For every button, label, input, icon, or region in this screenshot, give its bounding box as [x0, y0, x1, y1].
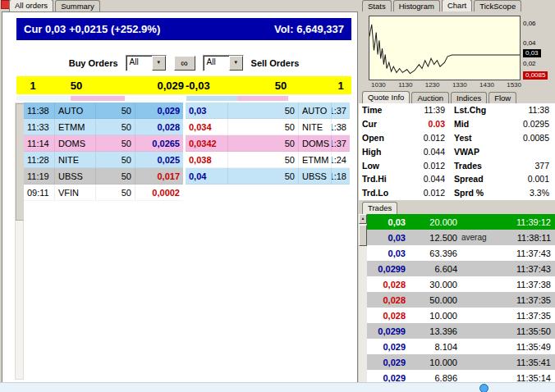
quote-label: Yest: [451, 133, 497, 143]
tab-summary[interactable]: Summary: [55, 0, 100, 11]
buy-order-row[interactable]: 11:14DOMS500,0265: [24, 135, 183, 152]
tab-quote-info[interactable]: Quote Info: [362, 91, 410, 103]
quote-value: 0.03: [397, 119, 451, 129]
chart-panel: 0,060,040,030,020,0085 10301130123013301…: [360, 11, 555, 91]
trade-time: 11:35:49: [504, 342, 555, 352]
buy-order-row[interactable]: 11:19UBSS500,017: [24, 168, 183, 185]
scrollbar-thumb[interactable]: [359, 225, 367, 246]
tab-auction[interactable]: Auction: [411, 92, 449, 103]
order-filter-controls: Buy Orders All ▼ ∞ All ▼ Sell Orders: [16, 53, 351, 73]
sell-column-strip: [186, 96, 351, 101]
tab-flow[interactable]: Flow: [488, 92, 516, 103]
quote-label: Spread: [451, 174, 497, 184]
trade-row[interactable]: 0,0363.39611:37:43: [367, 245, 555, 261]
chart-y-axis: 0,060,040,030,020,0085: [521, 16, 555, 79]
order-time: 11:33: [24, 119, 55, 134]
chart-y-label: 0,03: [523, 49, 541, 57]
quote-value: 0.012: [397, 188, 451, 198]
tab-indices[interactable]: Indices: [451, 92, 487, 103]
tab-chart[interactable]: Chart: [442, 0, 472, 11]
order-qty: 50: [228, 103, 299, 118]
sell-order-row[interactable]: 0,03850ETMM11:24: [186, 152, 350, 168]
tab-stats[interactable]: Stats: [362, 0, 392, 11]
scroll-up-icon[interactable]: ▲: [359, 214, 367, 224]
trade-row[interactable]: 0,0312.500averag11:38:11: [367, 230, 555, 245]
tab-all-orders[interactable]: All orders: [9, 0, 53, 11]
quote-value: 0.044: [397, 174, 451, 184]
tab-histogram[interactable]: Histogram: [393, 0, 440, 11]
status-dot-icon[interactable]: [479, 384, 488, 392]
chevron-down-icon[interactable]: ▼: [152, 56, 166, 71]
trade-row[interactable]: 0,02996.60411:37:43: [367, 261, 555, 276]
order-time: 11:24: [332, 152, 350, 167]
order-price: 0,0002: [135, 185, 183, 200]
quote-value: 0.0085: [497, 133, 555, 143]
trades-panel: ▲ 0,0320.00011:39:120,0312.500averag11:3…: [359, 214, 555, 392]
price-chart: [369, 16, 521, 80]
trade-row[interactable]: 0,029913.39611:35:50: [367, 323, 555, 339]
trades-tab-bar: Trades: [362, 203, 397, 214]
chart-x-label: 1030: [371, 81, 386, 89]
buy-filter-select[interactable]: All ▼: [126, 55, 167, 71]
sell-order-row[interactable]: 0,0450UBSS11:18: [186, 168, 350, 185]
quote-value: 0.012: [397, 133, 451, 143]
trade-price: 0,0299: [367, 264, 408, 274]
trade-row[interactable]: 0,0298.10411:35:49: [367, 339, 555, 354]
trade-qty: 50.000: [408, 295, 459, 305]
sell-order-row[interactable]: 0,0350AUTO11:37: [186, 103, 350, 119]
trade-row[interactable]: 0,02810.00011:37:35: [367, 308, 555, 323]
trade-row[interactable]: 0,02910.00011:35:41: [367, 354, 555, 370]
quote-label: High: [359, 147, 397, 157]
trade-time: 11:35:14: [504, 373, 555, 383]
order-price: 0,025: [135, 152, 183, 167]
quote-row: Low0.012Trades377: [359, 158, 555, 172]
order-time: 11:38: [332, 119, 350, 134]
trade-price: 0,03: [367, 217, 408, 227]
quote-value: 3.3%: [497, 188, 555, 198]
sell-filter-select[interactable]: All ▼: [203, 55, 244, 71]
order-time: 09:11: [24, 185, 55, 200]
order-member: NITE: [299, 119, 332, 134]
trade-qty: 10.000: [408, 358, 459, 367]
chart-x-label: 1230: [425, 81, 440, 89]
best-bid-ask-row: 1 50 0,029 -0,03 50 1: [16, 76, 351, 94]
quote-value: 0.044: [397, 147, 451, 157]
trade-row[interactable]: 0,0320.00011:39:12: [367, 214, 555, 230]
order-qty: 50: [96, 152, 135, 167]
tab-trades[interactable]: Trades: [362, 202, 397, 214]
bottom-scrollbar[interactable]: [0, 382, 555, 392]
order-member: UBSS: [55, 168, 96, 184]
order-qty: 50: [96, 119, 135, 134]
order-price: 0,017: [135, 168, 183, 184]
volume-text: Vol: 6,649,337: [274, 23, 344, 35]
buy-order-row[interactable]: 11:33ETMM500,028: [24, 119, 183, 135]
chart-y-label: 0,0085: [523, 71, 548, 80]
buy-order-row[interactable]: 11:38AUTO500,029: [24, 103, 183, 119]
buy-order-row[interactable]: 11:28NITE500,025: [24, 152, 183, 168]
trade-price: 0,03: [367, 233, 408, 243]
sell-order-row[interactable]: 0,034250DOMS11:37: [186, 135, 350, 152]
order-price: 0,028: [135, 119, 183, 134]
link-filters-button[interactable]: ∞: [174, 56, 195, 71]
order-price: 0,04: [186, 168, 228, 184]
buy-order-row[interactable]: 09:11VFIN500,0002: [24, 185, 183, 201]
quote-info-panel: Time11:39Lst.Chg11:38Cur0.03Mid0.0295Ope…: [359, 103, 555, 200]
trade-row[interactable]: 0,02830.00011:37:38: [367, 276, 555, 292]
sell-order-row[interactable]: 0,03450NITE11:38: [186, 119, 350, 135]
trade-row[interactable]: 0,02850.00011:37:35: [367, 292, 555, 308]
order-member: DOMS: [55, 135, 96, 151]
chevron-down-icon[interactable]: ▼: [229, 56, 243, 71]
order-time: 11:38: [24, 103, 55, 118]
order-time: 11:28: [24, 152, 55, 167]
quote-label: Low: [359, 161, 397, 171]
trade-qty: 30.000: [408, 280, 459, 289]
trade-price: 0,029: [367, 373, 408, 383]
tab-tickscope[interactable]: TickScope: [474, 0, 521, 11]
trade-price: 0,028: [367, 295, 408, 305]
quote-value: 0.001: [497, 174, 555, 184]
quote-value: 11:38: [497, 105, 555, 115]
order-qty: 50: [96, 135, 135, 151]
quote-row: Cur0.03Mid0.0295: [359, 117, 555, 131]
orderbook-scrollbar[interactable]: [15, 103, 24, 380]
order-price: 0,029: [135, 103, 183, 118]
